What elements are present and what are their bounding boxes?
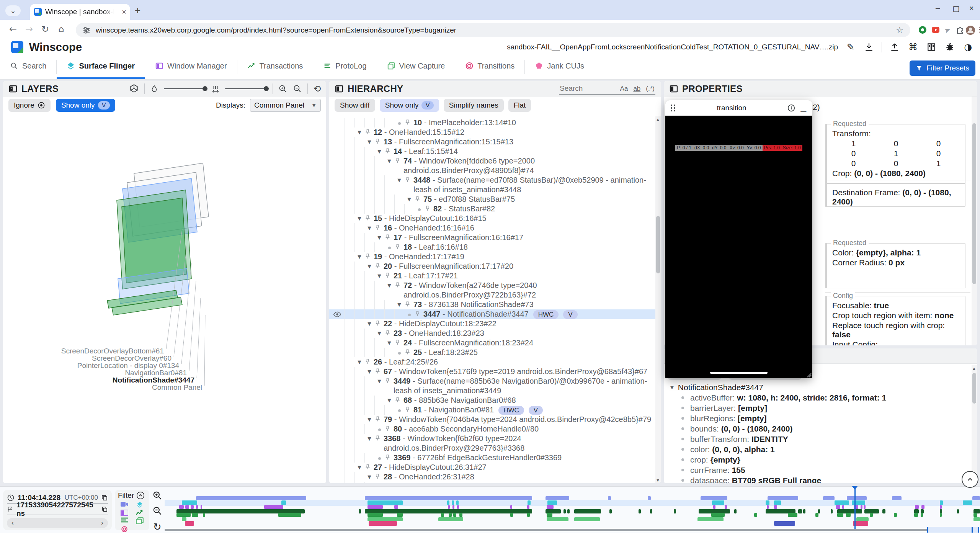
tree-row[interactable]: ▼29 - FullscreenMagnification:26:27#29: [329, 482, 655, 483]
transitions-filter-icon[interactable]: [121, 526, 128, 533]
tree-row[interactable]: 82 - StatusBar#82: [329, 204, 655, 214]
timeline-segment-view-capture[interactable]: [438, 517, 463, 521]
tree-row[interactable]: 81 - NavigationBar0#81HWCV: [329, 405, 655, 415]
timeline-segment-protolog[interactable]: [278, 513, 301, 517]
timeline-segment-surface-flinger[interactable]: [452, 500, 454, 505]
transition-overlay-window[interactable]: transition ＿ P: 0 / 1dX: 0.0dY: 0.0Xv: 0…: [665, 100, 812, 378]
timeline-segment-surface-flinger[interactable]: [547, 500, 557, 505]
timeline-segment-protolog[interactable]: [449, 513, 452, 517]
drag-handle-icon[interactable]: [670, 104, 676, 112]
timeline-segment-window-manager[interactable]: [940, 505, 942, 509]
expand-arrow-icon[interactable]: ▼: [374, 147, 384, 156]
theme-toggle-icon[interactable]: ◑: [962, 41, 974, 53]
home-icon[interactable]: ⌂: [58, 24, 64, 34]
timeline-segment-transactions[interactable]: [564, 509, 566, 513]
timeline-segment-window-manager[interactable]: [510, 505, 512, 509]
pin-icon[interactable]: [404, 348, 413, 355]
timeline-segment-window-manager[interactable]: [861, 505, 862, 509]
timeline-segment-protolog[interactable]: [788, 513, 797, 517]
pin-icon[interactable]: [424, 204, 433, 212]
new-tab-button[interactable]: +: [135, 5, 140, 16]
timeline-segment-surface-flinger[interactable]: [368, 500, 403, 505]
tree-row[interactable]: ▼19 - OneHanded:17:17#19: [329, 252, 655, 262]
pin-icon[interactable]: [364, 252, 374, 260]
tab-close-icon[interactable]: ×: [122, 8, 126, 16]
tree-row[interactable]: ▼26 - Leaf:24:25#26: [329, 357, 655, 367]
timeline-segment-window-manager[interactable]: [921, 505, 924, 509]
layer-label[interactable]: Common Panel: [152, 383, 202, 392]
expand-arrow-icon[interactable]: ▼: [354, 463, 364, 472]
3d-view-icon[interactable]: [129, 84, 139, 94]
protolog-filter-icon[interactable]: [121, 517, 128, 523]
timeline-segment-window-manager[interactable]: [457, 505, 459, 509]
timeline-segment-protolog[interactable]: [940, 513, 942, 517]
property-row[interactable]: currFrame:155: [664, 465, 977, 475]
layers-3d-canvas[interactable]: ScreenDecorOverlayBottom#61ScreenDecorOv…: [3, 114, 326, 483]
window-minimize-button[interactable]: –: [936, 4, 940, 13]
expand-arrow-icon[interactable]: ▼: [364, 367, 374, 376]
expand-arrow-icon[interactable]: ▼: [364, 472, 374, 482]
expand-arrow-icon[interactable]: ▼: [669, 382, 675, 392]
timeline-segment-window-manager[interactable]: [452, 505, 454, 509]
timeline-segment-transactions[interactable]: [957, 509, 959, 513]
show-only-button[interactable]: Show only V: [56, 99, 115, 112]
expand-arrow-icon[interactable]: ▼: [354, 357, 364, 367]
pin-icon[interactable]: [394, 396, 403, 403]
timeline-segment-transactions[interactable]: [674, 509, 676, 513]
pin-icon[interactable]: [414, 195, 423, 202]
tree-row[interactable]: ▼3448 - Surface(name=ed70f88 StatusBar)/…: [329, 175, 655, 195]
edit-icon[interactable]: ✎: [845, 41, 856, 53]
timeline-segment-surface-flinger[interactable]: [281, 500, 286, 505]
property-row[interactable]: blurRegions:[empty]: [664, 413, 977, 423]
pin-icon[interactable]: [384, 271, 394, 279]
timeline-segment-surface-flinger[interactable]: [963, 500, 972, 505]
timeline-segment-window-manager[interactable]: [448, 505, 450, 509]
expand-arrow-icon[interactable]: ▼: [374, 482, 384, 483]
trace-tab-transitions[interactable]: Transitions: [455, 54, 524, 79]
documentation-icon[interactable]: [926, 41, 937, 53]
timeline-segment-transactions[interactable]: [567, 509, 570, 513]
timeline-segment-view-capture[interactable]: [368, 517, 403, 521]
prev-frame-button[interactable]: ‹: [11, 519, 14, 527]
pin-icon[interactable]: [374, 367, 384, 374]
pin-icon[interactable]: [384, 453, 394, 461]
pin-icon[interactable]: [404, 175, 413, 183]
collapse-filter-icon[interactable]: [136, 491, 145, 500]
display-select[interactable]: Common Panel▼: [250, 99, 321, 112]
pin-icon[interactable]: [374, 262, 384, 269]
pin-icon[interactable]: [404, 300, 413, 307]
timeline-segment-screen-recording[interactable]: [892, 496, 902, 500]
expand-arrow-icon[interactable]: ▼: [364, 415, 374, 424]
timeline-segment-screen-recording[interactable]: [608, 496, 611, 500]
extensions-puzzle-icon[interactable]: [956, 25, 965, 34]
back-icon[interactable]: ←: [9, 24, 17, 34]
timeline-segment-window-manager[interactable]: [527, 505, 529, 509]
timeline-segment-window-manager[interactable]: [394, 505, 398, 509]
regex-icon[interactable]: (.*): [646, 85, 655, 93]
pin-icon[interactable]: [364, 357, 374, 365]
screen-recording-filter-icon[interactable]: [121, 501, 128, 507]
pin-icon[interactable]: [384, 424, 394, 432]
panel-collapse-icon[interactable]: [335, 84, 344, 93]
timeline-segment-screen-recording[interactable]: [972, 496, 980, 500]
property-row[interactable]: dataspace:BT709 sRGB Full range: [664, 475, 977, 483]
url-field[interactable]: winscope.teams.x20web.corp.google.com/pr…: [76, 23, 910, 37]
expand-arrow-icon[interactable]: ▼: [364, 262, 374, 271]
pin-icon[interactable]: [394, 338, 403, 346]
info-icon[interactable]: [787, 104, 795, 112]
expand-arrow-icon[interactable]: ▼: [384, 396, 394, 405]
timeline-segment-protolog[interactable]: [870, 513, 873, 517]
tree-row[interactable]: ▼68 - 885b63e NavigationBar0#68: [329, 396, 655, 405]
site-settings-icon[interactable]: [83, 26, 90, 34]
reload-icon[interactable]: ↻: [41, 24, 49, 34]
pin-icon[interactable]: [374, 319, 384, 327]
timeline-segment-transactions[interactable]: [798, 509, 802, 513]
pin-icon[interactable]: [384, 482, 394, 483]
expand-arrow-icon[interactable]: ▼: [374, 233, 384, 242]
pin-icon[interactable]: [394, 281, 403, 288]
property-root-row[interactable]: ▼ NotificationShade#3447: [664, 382, 977, 392]
timeline-segment-surface-flinger[interactable]: [852, 500, 865, 505]
timeline-segment-protolog[interactable]: [203, 513, 205, 517]
pin-icon[interactable]: [374, 415, 384, 422]
timeline-segment-protolog[interactable]: [527, 513, 530, 517]
